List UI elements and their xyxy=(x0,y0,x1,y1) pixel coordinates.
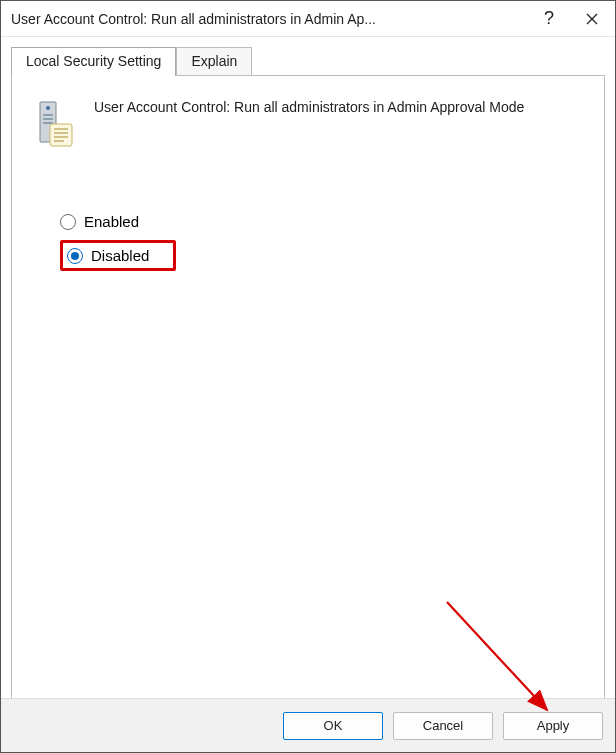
radio-label: Enabled xyxy=(84,213,139,230)
radio-enabled[interactable]: Enabled xyxy=(60,213,604,230)
radio-disabled[interactable]: Disabled xyxy=(67,247,149,264)
cancel-button[interactable]: Cancel xyxy=(393,712,493,740)
apply-button[interactable]: Apply xyxy=(503,712,603,740)
tab-label: Explain xyxy=(191,53,237,69)
highlight-annotation: Disabled xyxy=(60,240,176,271)
tab-strip: Local Security Setting Explain xyxy=(1,37,615,75)
svg-rect-2 xyxy=(43,114,53,116)
radio-icon xyxy=(67,248,83,264)
tab-panel: User Account Control: Run all administra… xyxy=(11,75,605,705)
window-title: User Account Control: Run all administra… xyxy=(11,11,529,27)
tab-explain[interactable]: Explain xyxy=(176,47,252,75)
svg-rect-3 xyxy=(43,118,53,120)
close-icon xyxy=(586,13,598,25)
tab-label: Local Security Setting xyxy=(26,53,161,69)
ok-button[interactable]: OK xyxy=(283,712,383,740)
policy-icon xyxy=(32,98,80,153)
radio-icon xyxy=(60,214,76,230)
dialog-button-row: OK Cancel Apply xyxy=(1,698,615,752)
radio-label: Disabled xyxy=(91,247,149,264)
svg-rect-5 xyxy=(50,124,72,146)
close-button[interactable] xyxy=(569,1,615,37)
titlebar: User Account Control: Run all administra… xyxy=(1,1,615,37)
svg-point-1 xyxy=(46,106,50,110)
policy-header: User Account Control: Run all administra… xyxy=(12,76,604,153)
tab-local-security-setting[interactable]: Local Security Setting xyxy=(11,47,176,76)
help-button[interactable]: ? xyxy=(529,1,569,37)
policy-description: User Account Control: Run all administra… xyxy=(94,98,524,117)
options-group: Enabled Disabled xyxy=(60,213,604,271)
